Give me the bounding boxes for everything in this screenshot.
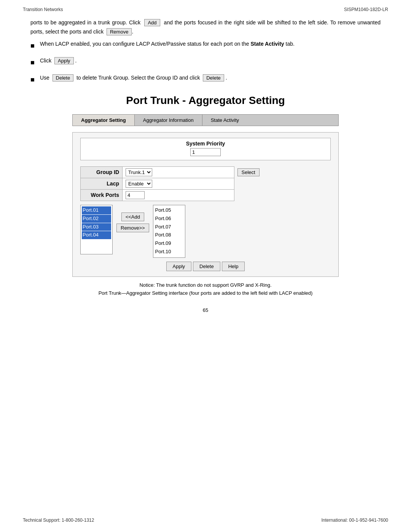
port-05: Port.05 <box>155 206 184 214</box>
tab-bar: Aggregator Setting Aggregator Informatio… <box>72 114 339 126</box>
mid-buttons: <<Add Remove>> <box>116 205 149 232</box>
tab-aggregator-setting[interactable]: Aggregator Setting <box>73 115 135 126</box>
setting-panel: System Priority Group ID Trunk.1 Trunk.2… <box>72 132 339 277</box>
page-title: Port Trunk - Aggregator Setting <box>30 94 381 107</box>
header-right: SISPM1040-182D-LR <box>344 7 388 12</box>
remove-button-inline[interactable]: Remove <box>107 28 132 35</box>
select-button[interactable]: Select <box>237 168 260 176</box>
port-03: Port.03 <box>82 223 111 231</box>
bottom-buttons: Apply Delete Help <box>80 262 331 271</box>
page-header: Transition Networks SISPM1040-182D-LR <box>0 0 411 14</box>
main-content: ports to be aggregated in a trunk group.… <box>0 14 411 328</box>
tab-state-activity[interactable]: State Activity <box>202 115 247 126</box>
page-footer: Technical Support: 1-800-260-1312 Intern… <box>0 518 411 523</box>
state-activity-bold: State Activity <box>250 41 284 47</box>
system-priority-label: System Priority <box>84 141 327 147</box>
port-06: Port.06 <box>155 215 184 223</box>
port-01: Port.01 <box>82 206 111 214</box>
bullet-text-apply: Click Apply . <box>40 56 381 65</box>
bullet-icon-1: ■ <box>30 40 35 51</box>
port-10: Port.10 <box>155 248 184 256</box>
footer-left: Technical Support: 1-800-260-1312 <box>23 518 94 523</box>
intro-text-1: ports to be aggregated in a trunk group.… <box>30 19 140 26</box>
left-port-list[interactable]: Port.01 Port.02 Port.03 Port.04 <box>80 205 113 254</box>
port-04: Port.04 <box>82 231 111 239</box>
bullet-text-lacp: When LACP enabled, you can configure LAC… <box>40 40 381 48</box>
lacp-value-cell: Enable Disable <box>123 178 234 189</box>
group-id-row: Group ID Trunk.1 Trunk.2 Trunk.3 Trunk.4… <box>81 166 331 178</box>
tab-aggregator-information[interactable]: Aggregator Information <box>135 115 202 126</box>
bullet-item-lacp: ■ When LACP enabled, you can configure L… <box>30 40 381 51</box>
port-02: Port.02 <box>82 215 111 223</box>
remove-button[interactable]: Remove>> <box>116 224 149 232</box>
bullet-item-delete: ■ Use Delete to delete Trunk Group. Sele… <box>30 73 381 85</box>
bullet-icon-2: ■ <box>30 57 35 68</box>
work-ports-row: Work Ports <box>81 189 331 201</box>
system-priority-box: System Priority <box>80 138 331 160</box>
ports-area: Port.01 Port.02 Port.03 Port.04 <<Add Re… <box>80 205 331 258</box>
bullet-item-apply: ■ Click Apply . <box>30 56 381 68</box>
intro-paragraph: ports to be aggregated in a trunk group.… <box>30 18 381 37</box>
add-button[interactable]: <<Add <box>121 212 144 221</box>
notice-text: Notice: The trunk function do not suppor… <box>30 282 381 288</box>
group-id-select[interactable]: Trunk.1 Trunk.2 Trunk.3 Trunk.4 <box>126 168 152 176</box>
bullet-section: ■ When LACP enabled, you can configure L… <box>30 40 381 85</box>
group-id-value-cell: Trunk.1 Trunk.2 Trunk.3 Trunk.4 <box>123 166 234 178</box>
group-id-label: Group ID <box>81 166 123 178</box>
bullet-icon-3: ■ <box>30 74 35 85</box>
work-ports-input[interactable] <box>126 191 145 199</box>
lacp-label: Lacp <box>81 178 123 189</box>
delete-button-bullet-2[interactable]: Delete <box>203 74 224 81</box>
port-09: Port.09 <box>155 240 184 248</box>
caption-text: Port Trunk—Aggregator Setting interface … <box>30 290 381 296</box>
apply-button[interactable]: Apply <box>166 262 192 271</box>
lacp-row: Lacp Enable Disable <box>81 178 331 189</box>
right-port-list[interactable]: Port.05 Port.06 Port.07 Port.08 Port.09 … <box>153 205 185 258</box>
lacp-select[interactable]: Enable Disable <box>126 180 152 188</box>
delete-button-bullet-1[interactable]: Delete <box>53 74 74 81</box>
header-left: Transition Networks <box>23 7 63 12</box>
add-button-inline[interactable]: Add <box>144 19 160 26</box>
footer-right: International: 00-1-952-941-7600 <box>322 518 388 523</box>
delete-button[interactable]: Delete <box>193 262 220 271</box>
port-08: Port.08 <box>155 231 184 239</box>
work-ports-label: Work Ports <box>81 189 123 201</box>
port-07: Port.07 <box>155 223 184 231</box>
apply-button-bullet[interactable]: Apply <box>54 57 74 64</box>
work-ports-value-cell <box>123 189 234 201</box>
bullet-text-delete: Use Delete to delete Trunk Group. Select… <box>40 73 381 82</box>
form-table: Group ID Trunk.1 Trunk.2 Trunk.3 Trunk.4… <box>80 166 331 201</box>
system-priority-input[interactable] <box>190 148 221 156</box>
page-number: 65 <box>30 307 381 313</box>
help-button[interactable]: Help <box>222 262 245 271</box>
